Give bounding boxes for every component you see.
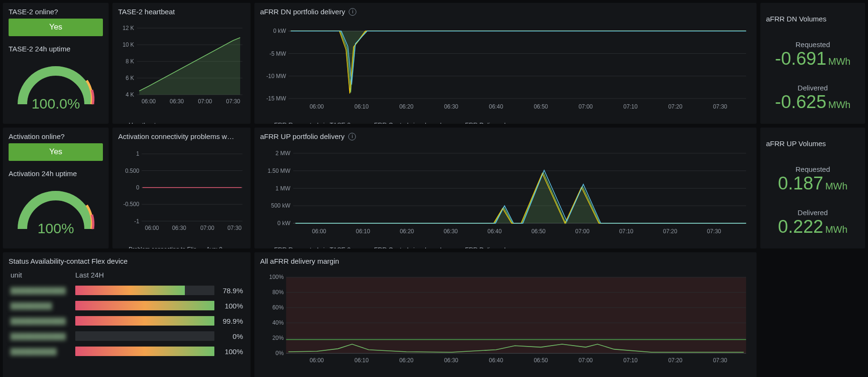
- svg-text:1: 1: [136, 150, 140, 157]
- svg-text:07:00: 07:00: [198, 98, 212, 105]
- svg-text:100%: 100%: [269, 274, 283, 281]
- status-table-panel: Status Availability-contact Flex device …: [3, 252, 251, 377]
- table-row[interactable]: ████████████99.9%: [9, 313, 245, 328]
- afrr-dn-vol-req-value: -0.691: [775, 49, 827, 69]
- svg-text:0%: 0%: [275, 350, 283, 357]
- afrr-dn-vol-del-label: Delivered: [766, 84, 859, 92]
- conn-problems-panel[interactable]: Activation connectivity problems w… 1 0.…: [112, 128, 251, 248]
- svg-text:06:10: 06:10: [354, 357, 369, 364]
- afrr-up-vol-del-label: Delivered: [766, 208, 859, 217]
- afrr-dn-portfolio-title: aFRR DN portfolio delivery: [260, 8, 345, 16]
- svg-text:-15 MW: -15 MW: [266, 95, 286, 102]
- svg-text:500 kW: 500 kW: [271, 202, 291, 209]
- afrr-up-vol-del-value: 0.222: [778, 217, 823, 237]
- conn-problems-title: Activation connectivity problems w…: [118, 132, 245, 140]
- svg-text:07:10: 07:10: [624, 103, 638, 110]
- svg-text:07:30: 07:30: [707, 228, 721, 235]
- afrr-up-vol-title: aFRR UP Volumes: [766, 139, 859, 148]
- svg-text:06:30: 06:30: [444, 103, 458, 110]
- svg-text:0 kW: 0 kW: [277, 220, 290, 227]
- activation-uptime-title: Activation 24h uptime: [9, 165, 103, 178]
- afrr-up-vol-req-unit: MWh: [825, 181, 848, 191]
- tase2-online-panel: TASE-2 online? Yes TASE-2 24h uptime 100…: [3, 3, 109, 124]
- afrr-up-legend-req[interactable]: aFRR Requested via TASE 2: [260, 246, 351, 248]
- svg-text:06:00: 06:00: [141, 98, 156, 105]
- svg-rect-66: [286, 277, 746, 353]
- svg-text:06:00: 06:00: [145, 225, 159, 231]
- table-row[interactable]: █████████100%: [9, 298, 245, 313]
- afrr-up-portfolio-title: aFRR UP portfolio delivery: [260, 132, 344, 140]
- svg-text:07:00: 07:00: [579, 357, 593, 364]
- info-icon[interactable]: i: [348, 133, 356, 140]
- unit-name: ████████████: [10, 333, 66, 340]
- svg-text:06:20: 06:20: [399, 357, 414, 364]
- conn-problems-avg: Avg: 0: [206, 246, 222, 248]
- svg-text:0.500: 0.500: [125, 167, 140, 174]
- conn-problems-chart: 1 0.500 0 -0.500 -1 06:00 06:30 07:00 07…: [118, 143, 245, 243]
- svg-text:06:40: 06:40: [489, 357, 503, 364]
- table-row[interactable]: ██████████100%: [9, 344, 245, 359]
- svg-text:07:20: 07:20: [668, 103, 683, 110]
- margin-chart: 100% 80% 60% 40% 20% 0% 06:00 06:10 06:2…: [260, 268, 751, 375]
- svg-text:06:30: 06:30: [444, 228, 458, 235]
- svg-text:-1: -1: [134, 218, 140, 224]
- afrr-dn-vol-req-label: Requested: [766, 40, 859, 49]
- svg-text:07:10: 07:10: [624, 357, 638, 364]
- svg-text:-0.500: -0.500: [123, 201, 140, 208]
- activation-uptime-panel: Activation 24h uptime 100%: [9, 165, 103, 237]
- afrr-up-legend-ctrl[interactable]: aFRR Control signal send: [360, 246, 442, 248]
- margin-panel[interactable]: All aFRR delivery margin 100% 80% 60% 40…: [254, 252, 757, 377]
- status-table-title: Status Availability-contact Flex device: [9, 257, 245, 265]
- svg-text:06:50: 06:50: [534, 357, 548, 364]
- svg-text:60%: 60%: [273, 304, 284, 311]
- svg-text:07:30: 07:30: [226, 98, 241, 105]
- availability-bar: [75, 347, 214, 356]
- activation-online-panel: Activation online? Yes Activation 24h up…: [3, 128, 109, 248]
- status-col-last24h[interactable]: Last 24H: [73, 268, 216, 283]
- status-col-unit[interactable]: unit: [9, 268, 73, 283]
- afrr-up-legend-del[interactable]: aFRR Delivered: [451, 246, 505, 248]
- svg-text:4 K: 4 K: [126, 91, 134, 98]
- conn-problems-legend[interactable]: Problem connecting to Elia: [118, 246, 197, 248]
- tase2-online-value[interactable]: Yes: [9, 19, 103, 36]
- svg-text:07:10: 07:10: [619, 228, 634, 235]
- svg-text:07:30: 07:30: [228, 225, 242, 231]
- afrr-dn-portfolio-panel[interactable]: aFRR DN portfolio delivery i 0 kW -5 MW …: [254, 3, 757, 124]
- svg-text:06:50: 06:50: [531, 228, 545, 235]
- svg-text:12 K: 12 K: [122, 25, 134, 31]
- svg-text:06:00: 06:00: [310, 357, 324, 364]
- afrr-up-portfolio-panel[interactable]: aFRR UP portfolio delivery i 2 MW 1.50 M…: [254, 128, 757, 248]
- svg-text:6 K: 6 K: [126, 75, 134, 81]
- svg-text:07:30: 07:30: [713, 103, 727, 110]
- svg-text:0: 0: [136, 184, 140, 191]
- svg-text:07:20: 07:20: [663, 228, 677, 235]
- heartbeat-panel[interactable]: TASE-2 heartbeat 12 K 10 K 8 K 6 K 4 K 0…: [112, 3, 251, 124]
- afrr-dn-legend-ctrl[interactable]: aFRR Control signal send: [360, 121, 442, 124]
- svg-text:07:00: 07:00: [579, 103, 593, 110]
- svg-text:06:20: 06:20: [400, 228, 414, 235]
- activation-online-value[interactable]: Yes: [9, 143, 103, 161]
- svg-text:07:30: 07:30: [713, 357, 727, 364]
- afrr-dn-legend-req[interactable]: aFRR Requested via TASE 2: [260, 121, 351, 124]
- svg-text:07:00: 07:00: [200, 225, 214, 231]
- svg-text:06:30: 06:30: [170, 98, 184, 105]
- svg-text:06:10: 06:10: [354, 103, 369, 110]
- svg-text:06:10: 06:10: [356, 228, 370, 235]
- svg-text:07:20: 07:20: [668, 357, 683, 364]
- availability-pct: 100%: [216, 344, 245, 359]
- table-row[interactable]: ████████████78.9%: [9, 283, 245, 298]
- heartbeat-legend-label: Heartbeat: [129, 121, 156, 124]
- svg-text:06:50: 06:50: [534, 103, 548, 110]
- afrr-dn-legend-del[interactable]: aFRR Delivered: [451, 121, 505, 124]
- table-row[interactable]: ████████████0%: [9, 328, 245, 344]
- afrr-up-vol-del-unit: MWh: [825, 224, 848, 235]
- availability-pct: 78.9%: [216, 283, 245, 298]
- afrr-dn-vol-del-unit: MWh: [828, 99, 851, 110]
- svg-text:06:00: 06:00: [310, 103, 324, 110]
- unit-name: ██████████: [10, 348, 57, 355]
- afrr-up-volumes-panel: aFRR UP Volumes Requested 0.187MWh Deliv…: [760, 128, 865, 248]
- svg-text:0 kW: 0 kW: [273, 28, 286, 34]
- heartbeat-legend[interactable]: Heartbeat: [118, 121, 156, 124]
- svg-text:06:40: 06:40: [487, 228, 502, 235]
- info-icon[interactable]: i: [349, 8, 356, 16]
